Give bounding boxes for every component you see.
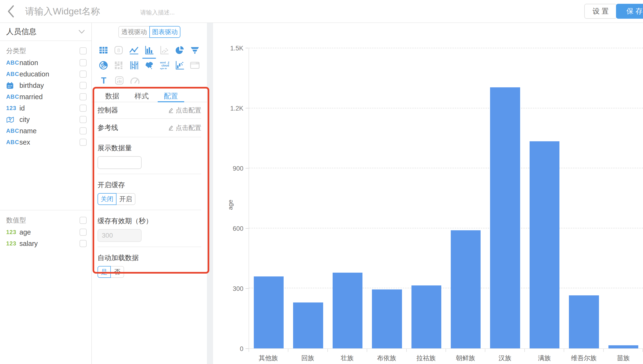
string-type-icon: ABC xyxy=(6,71,20,78)
controller-configure-link[interactable]: 点击配置 xyxy=(168,106,201,114)
waterfall-icon[interactable] xyxy=(172,58,187,73)
field-name: name xyxy=(20,127,80,135)
sankey-icon[interactable] xyxy=(111,58,126,73)
pie-chart-icon[interactable] xyxy=(172,42,187,58)
dataset-header[interactable]: 人员信息 xyxy=(0,23,92,41)
field-checkbox[interactable] xyxy=(80,116,87,123)
bar-band xyxy=(288,48,328,348)
line-chart-icon[interactable] xyxy=(127,42,141,58)
field-checkbox[interactable] xyxy=(80,93,87,100)
auto-load-no-button[interactable]: 否 xyxy=(111,266,124,278)
y-tick-mark xyxy=(246,108,248,108)
bar-其他族[interactable] xyxy=(254,276,284,348)
kpi-number-icon[interactable]: 8 xyxy=(111,42,126,58)
field-row-birthday[interactable]: birthday xyxy=(0,80,92,91)
tab-config[interactable]: 配置 xyxy=(158,91,184,102)
widget-name-input[interactable] xyxy=(25,6,139,16)
field-checkbox[interactable] xyxy=(80,82,87,89)
text-icon[interactable]: T xyxy=(96,73,111,88)
save-button[interactable]: 保 存 xyxy=(616,4,643,19)
field-row-age[interactable]: 123 age xyxy=(0,226,92,238)
field-checkbox[interactable] xyxy=(80,59,87,66)
scatter-icon[interactable] xyxy=(157,42,172,58)
field-checkbox[interactable] xyxy=(80,104,87,112)
string-type-icon: ABC xyxy=(6,60,20,66)
cache-off-button[interactable]: 关闭 xyxy=(98,193,116,205)
edit-pencil-icon xyxy=(168,108,174,113)
bar-朝鲜族[interactable] xyxy=(451,230,480,348)
field-row-nation[interactable]: ABC nation xyxy=(0,57,92,68)
x-axis-label: 汉族 xyxy=(485,354,525,362)
bar-回族[interactable] xyxy=(293,302,323,348)
field-checkbox[interactable] xyxy=(80,240,87,247)
y-tick-label: 900 xyxy=(233,165,243,172)
display-count-input[interactable] xyxy=(98,156,142,169)
x-tick-mark xyxy=(564,349,604,352)
back-button[interactable] xyxy=(7,4,17,18)
number-type-icon: 123 xyxy=(6,240,20,247)
y-tick-mark xyxy=(246,288,248,289)
numeric-section-title: 数值型 xyxy=(6,216,26,225)
bar-布依族[interactable] xyxy=(372,290,402,348)
bar-壮族[interactable] xyxy=(333,273,362,348)
iframe-icon[interactable] xyxy=(188,58,202,73)
widget-description-input[interactable] xyxy=(140,9,216,16)
field-checkbox[interactable] xyxy=(80,139,87,146)
word-cloud-icon[interactable]: word tag cloud agile Bi xyxy=(157,58,172,73)
cache-expire-label: 缓存有效期（秒） xyxy=(98,216,201,226)
field-row-name[interactable]: ABC name xyxy=(0,125,92,136)
dataset-name: 人员信息 xyxy=(6,26,36,37)
cache-expire-input[interactable] xyxy=(98,229,142,242)
svg-text:agile Bi: agile Bi xyxy=(160,68,167,70)
radar-icon[interactable] xyxy=(96,58,111,73)
svg-text:word: word xyxy=(160,61,166,64)
chevron-down-icon[interactable] xyxy=(78,29,85,34)
settings-button[interactable]: 设 置 xyxy=(584,4,617,19)
parallel-icon[interactable] xyxy=(127,58,141,73)
top-header: 设 置 保 存 xyxy=(0,0,643,23)
numeric-section-header: 数值型 xyxy=(0,214,92,226)
table-icon[interactable] xyxy=(96,42,111,58)
bar-维吾尔族[interactable] xyxy=(569,295,599,348)
x-axis-label: 维吾尔族 xyxy=(564,354,604,362)
chart-x-ticks xyxy=(248,349,643,352)
number-type-icon: 123 xyxy=(6,229,20,236)
gauge-icon[interactable] xyxy=(127,73,142,88)
bar-band xyxy=(249,48,288,348)
numeric-select-all-checkbox[interactable] xyxy=(80,217,87,224)
field-checkbox[interactable] xyxy=(80,127,87,134)
chart-mode-button[interactable]: 图表驱动 xyxy=(150,26,180,38)
funnel-icon[interactable] xyxy=(188,42,202,58)
bar-band xyxy=(407,48,446,348)
tab-style[interactable]: 样式 xyxy=(128,91,155,102)
tab-data[interactable]: 数据 xyxy=(99,91,126,102)
bar-拉祜族[interactable] xyxy=(412,286,441,348)
bar-band xyxy=(446,48,485,348)
china-map-icon[interactable] xyxy=(142,58,156,73)
y-tick-label: 600 xyxy=(233,225,243,232)
y-tick-label: 0 xyxy=(240,345,243,353)
bar-满族[interactable] xyxy=(530,141,560,348)
bar-苗族[interactable] xyxy=(608,345,638,348)
x-axis-label: 朝鲜族 xyxy=(446,354,485,362)
field-name: salary xyxy=(20,240,80,248)
bar-汉族[interactable] xyxy=(490,87,520,348)
field-checkbox[interactable] xyxy=(80,70,87,78)
auto-load-yes-button[interactable]: 是 xyxy=(98,266,111,278)
bar-chart-icon[interactable] xyxy=(142,42,156,58)
field-row-sex[interactable]: ABC sex xyxy=(0,136,92,148)
rich-text-icon[interactable] xyxy=(112,73,127,88)
categorical-select-all-checkbox[interactable] xyxy=(80,47,87,54)
field-checkbox[interactable] xyxy=(80,228,87,236)
field-row-city[interactable]: city xyxy=(0,114,92,125)
categorical-section-title: 分类型 xyxy=(6,46,26,56)
cache-on-button[interactable]: 开启 xyxy=(116,193,136,205)
field-row-education[interactable]: ABC education xyxy=(0,68,92,80)
field-row-married[interactable]: ABC married xyxy=(0,91,92,102)
config-tabs: 数据 样式 配置 xyxy=(92,91,207,102)
pivot-mode-button[interactable]: 透视驱动 xyxy=(118,26,150,38)
x-axis-label: 满族 xyxy=(525,354,564,362)
field-row-id[interactable]: 123 id xyxy=(0,102,92,114)
reference-line-configure-link[interactable]: 点击配置 xyxy=(168,124,201,132)
field-row-salary[interactable]: 123 salary xyxy=(0,238,92,249)
